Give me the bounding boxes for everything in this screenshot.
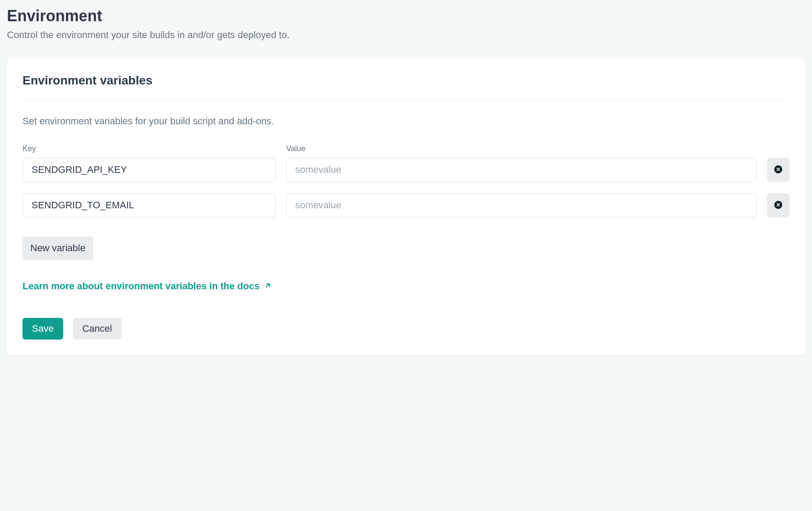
env-key-input[interactable] [23,193,276,217]
env-vars-card: Environment variables Set environment va… [7,58,805,355]
table-header-row: Key Value [23,144,789,153]
new-variable-button[interactable]: New variable [23,236,93,260]
actions-row: Save Cancel [23,318,789,340]
card-description: Set environment variables for your build… [23,116,789,127]
external-link-icon [264,281,272,292]
env-value-input[interactable] [286,158,757,182]
save-button[interactable]: Save [23,318,63,340]
docs-link-label: Learn more about environment variables i… [23,281,260,292]
env-value-input[interactable] [286,193,757,217]
key-column-label: Key [23,144,276,153]
docs-link-row: Learn more about environment variables i… [23,281,789,292]
close-circle-icon [773,200,783,211]
page-subtitle: Control the environment your site builds… [7,29,805,41]
table-row [23,158,789,182]
docs-link[interactable]: Learn more about environment variables i… [23,281,272,292]
cancel-button[interactable]: Cancel [73,318,121,340]
env-key-input[interactable] [23,158,276,182]
env-vars-table: Key Value [23,144,789,217]
close-circle-icon [773,165,783,175]
page-title: Environment [7,7,805,25]
delete-variable-button[interactable] [767,158,789,182]
value-column-label: Value [286,144,789,153]
table-row [23,193,789,217]
delete-variable-button[interactable] [767,193,789,217]
card-title: Environment variables [23,74,789,100]
